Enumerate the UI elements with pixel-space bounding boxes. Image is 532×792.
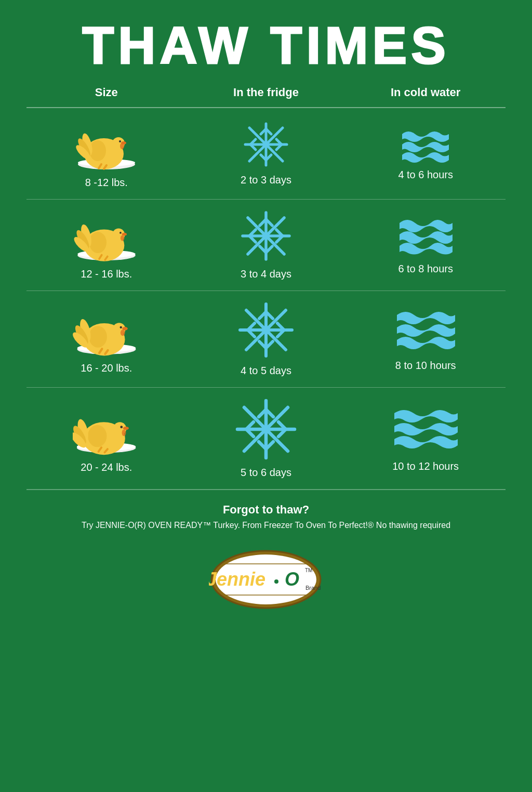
svg-point-84 (122, 429, 126, 436)
water-cell-1: 4 to 6 hours (346, 126, 506, 181)
page-wrapper: THAW TIMES Size In the fridge In cold wa… (0, 0, 532, 792)
forgot-title: Forgot to thaw? (26, 503, 506, 517)
footer-section: Forgot to thaw? Try JENNIE-O(R) OVEN REA… (26, 490, 506, 548)
svg-point-83 (123, 427, 129, 430)
svg-point-6 (120, 143, 124, 149)
turkey-cell-1: 8 -12 lbs. (26, 118, 186, 189)
col-water-header: In cold water (346, 86, 506, 99)
svg-text:O: O (285, 569, 299, 590)
fridge-cell-4: 5 to 6 days (186, 398, 345, 479)
fridge-cell-2: 3 to 4 days (186, 210, 345, 280)
row-4: 20 - 24 lbs. 5 to 6 days (26, 388, 506, 490)
svg-text:Jennie: Jennie (209, 569, 265, 590)
row-1: 8 -12 lbs. (26, 108, 506, 200)
fridge-label-1: 2 to 3 days (241, 174, 291, 186)
table-header: Size In the fridge In cold water (26, 81, 506, 108)
fridge-cell-1: 2 to 3 days (186, 121, 345, 186)
svg-point-103 (262, 425, 270, 433)
row-2: 12 - 16 lbs. 3 to 4 days (26, 200, 506, 291)
water-label-1: 4 to 6 hours (398, 169, 453, 181)
fridge-label-2: 3 to 4 days (241, 268, 291, 280)
col-size-header: Size (26, 86, 186, 99)
fridge-cell-3: 4 to 5 days (186, 301, 345, 377)
water-cell-4: 10 to 12 hours (346, 405, 506, 472)
svg-point-58 (121, 329, 125, 336)
forgot-text: Try JENNIE-O(R) OVEN READY™ Turkey. From… (26, 521, 506, 530)
title-section: THAW TIMES (0, 0, 532, 81)
water-cell-3: 8 to 10 hours (346, 307, 506, 372)
water-label-3: 8 to 10 hours (395, 360, 456, 372)
logo-container: Jennie O TM Brand (209, 548, 323, 611)
svg-point-77 (262, 326, 270, 334)
turkey-cell-2: 12 - 16 lbs. (26, 210, 186, 280)
svg-point-85 (120, 426, 123, 428)
svg-text:TM: TM (305, 567, 312, 573)
turkey-cell-4: 20 - 24 lbs. (26, 403, 186, 473)
row-3: 16 - 20 lbs. 4 to 5 days (26, 291, 506, 388)
svg-point-32 (121, 235, 124, 241)
svg-point-51 (263, 233, 269, 239)
size-label-4: 20 - 24 lbs. (81, 461, 132, 473)
svg-text:Brand: Brand (305, 585, 321, 591)
water-label-2: 6 to 8 hours (398, 263, 453, 275)
jennie-o-logo: Jennie O TM Brand (209, 548, 323, 611)
size-label-3: 16 - 20 lbs. (81, 362, 132, 374)
svg-point-25 (263, 142, 269, 147)
fridge-label-4: 5 to 6 days (241, 467, 291, 479)
svg-point-109 (274, 579, 278, 584)
size-label-1: 8 -12 lbs. (85, 177, 128, 189)
fridge-label-3: 4 to 5 days (241, 365, 291, 377)
svg-point-59 (119, 326, 122, 328)
svg-point-81 (88, 425, 107, 447)
turkey-cell-3: 16 - 20 lbs. (26, 304, 186, 374)
svg-point-29 (89, 232, 106, 253)
water-cell-2: 6 to 8 hours (346, 215, 506, 275)
svg-point-7 (119, 140, 121, 142)
size-label-2: 12 - 16 lbs. (81, 268, 132, 280)
water-label-4: 10 to 12 hours (392, 460, 459, 472)
svg-point-33 (119, 232, 122, 234)
svg-point-55 (89, 326, 107, 348)
col-fridge-header: In the fridge (186, 86, 345, 99)
main-title: THAW TIMES (10, 16, 522, 75)
